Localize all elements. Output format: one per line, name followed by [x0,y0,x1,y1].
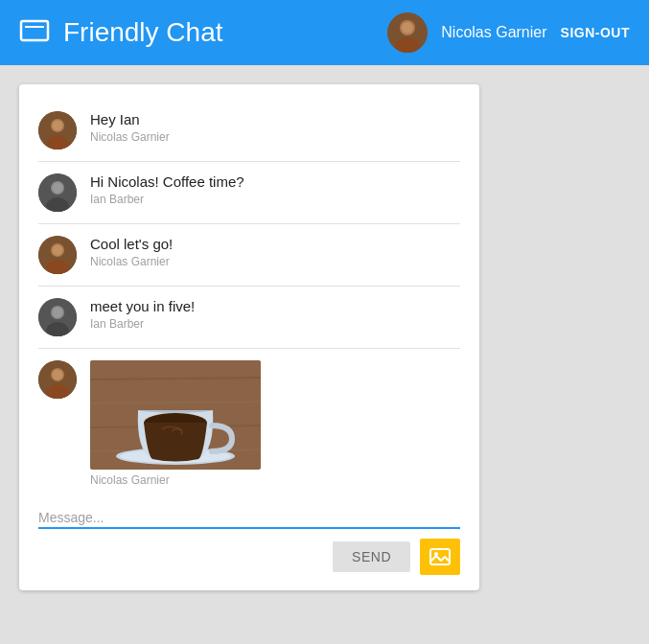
ian-avatar-img [38,173,77,212]
message-body: meet you in five! Ian Barber [90,298,195,331]
nicolas-avatar-img3 [38,360,77,399]
image-icon [429,546,451,567]
input-actions: SEND [38,539,460,575]
header-right: Nicolas Garnier SIGN-OUT [387,12,630,53]
sign-out-button[interactable]: SIGN-OUT [561,25,630,40]
messages-list: Hey Ian Nicolas Garnier Hi Nicolas! Coff… [19,84,479,498]
avatar [38,111,77,150]
message-sender: Nicolas Garnier [90,130,170,144]
avatar [38,173,77,212]
message-sender: Nicolas Garnier [90,473,261,487]
chat-icon [19,17,50,48]
main-content: Hey Ian Nicolas Garnier Hi Nicolas! Coff… [0,65,649,610]
message-body: Cool let's go! Nicolas Garnier [90,236,173,268]
avatar [38,298,77,336]
table-row: Nicolas Garnier [38,349,460,498]
coffee-image [90,360,261,470]
message-text: meet you in five! [90,298,195,314]
table-row: Cool let's go! Nicolas Garnier [38,224,460,287]
message-text: Hey Ian [90,111,170,127]
message-sender: Ian Barber [90,317,195,331]
header-username: Nicolas Garnier [441,24,546,41]
message-input[interactable] [38,508,460,529]
message-body: Hi Nicolas! Coffee time? Ian Barber [90,173,244,206]
table-row: Hey Ian Nicolas Garnier [38,100,460,162]
message-body: Nicolas Garnier [90,360,261,487]
svg-rect-34 [430,549,450,564]
chat-card: Hey Ian Nicolas Garnier Hi Nicolas! Coff… [19,84,479,590]
message-text: Hi Nicolas! Coffee time? [90,173,244,190]
message-sender: Nicolas Garnier [90,255,173,268]
avatar-image [387,12,428,53]
input-area: SEND [19,498,479,590]
svg-point-25 [53,370,63,380]
user-avatar [387,12,428,53]
svg-point-21 [53,308,63,318]
svg-point-13 [53,183,63,194]
message-sender: Ian Barber [90,193,244,206]
header-left: Friendly Chat [19,17,223,48]
ian-avatar-img2 [38,298,77,336]
avatar [38,236,77,274]
message-body: Hey Ian Nicolas Garnier [90,111,170,144]
nicolas-avatar-img [38,111,77,150]
send-button[interactable]: SEND [333,541,410,572]
nicolas-avatar-img2 [38,236,77,274]
app-title: Friendly Chat [63,17,223,48]
svg-point-17 [53,245,63,256]
app-header: Friendly Chat Nicolas Garnier SIGN-OUT [0,0,649,65]
svg-point-9 [53,121,63,131]
table-row: meet you in five! Ian Barber [38,287,460,349]
image-upload-button[interactable] [420,539,460,575]
avatar [38,360,77,399]
table-row: Hi Nicolas! Coffee time? Ian Barber [38,162,460,224]
svg-rect-0 [21,21,48,40]
message-text: Cool let's go! [90,236,173,252]
svg-point-5 [402,22,413,34]
